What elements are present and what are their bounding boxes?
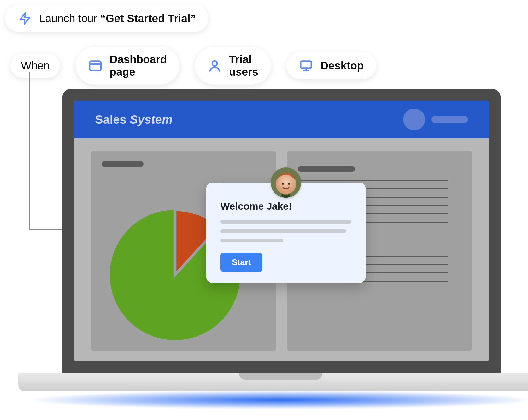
condition-users-label: Trial users — [229, 53, 258, 78]
condition-page-label: Dashboard page — [110, 53, 167, 78]
brand-word-1: Sales — [95, 113, 126, 126]
connector-line — [29, 229, 63, 230]
text-line-placeholder — [298, 180, 448, 181]
connector-line — [29, 72, 30, 230]
launch-tour-pill[interactable]: Launch tour “Get Started Trial” — [5, 5, 208, 32]
rule-builder: Launch tour “Get Started Trial” When Das… — [5, 5, 208, 32]
when-pill[interactable]: When — [10, 54, 60, 78]
popup-text-placeholder — [220, 239, 283, 242]
app-header: Sales System — [74, 101, 489, 138]
svg-point-9 — [282, 183, 284, 185]
desktop-icon — [299, 59, 313, 73]
connector-line — [212, 61, 227, 61]
header-menu-placeholder[interactable] — [431, 116, 468, 123]
svg-rect-0 — [90, 61, 101, 70]
svg-rect-3 — [301, 61, 312, 68]
popup-text-placeholder — [220, 229, 346, 233]
panel-title-placeholder — [102, 161, 144, 167]
bolt-icon — [18, 11, 32, 26]
section-title-placeholder — [298, 166, 355, 172]
start-button[interactable]: Start — [220, 253, 262, 272]
connector-line — [61, 61, 77, 61]
svg-point-2 — [212, 61, 217, 66]
condition-page-pill[interactable]: Dashboard page — [76, 47, 179, 85]
when-label: When — [21, 59, 50, 72]
laptop-shadow — [31, 391, 528, 409]
popup-title: Welcome Jake! — [220, 201, 351, 212]
connector-line — [334, 61, 349, 61]
condition-device-pill[interactable]: Desktop — [286, 52, 376, 79]
popup-text-placeholder — [220, 220, 351, 224]
brand-word-2: System — [130, 113, 173, 126]
browser-window-icon — [88, 59, 102, 73]
launch-tour-label: Launch tour “Get Started Trial” — [39, 12, 196, 25]
welcome-popup: Welcome Jake! Start — [206, 183, 366, 283]
condition-device-label: Desktop — [320, 59, 364, 72]
app-brand: Sales System — [95, 112, 173, 127]
svg-point-10 — [288, 183, 290, 185]
launch-tour-name: “Get Started Trial” — [100, 12, 196, 25]
laptop-notch — [239, 373, 322, 380]
condition-users-pill[interactable]: Trial users — [195, 47, 271, 85]
header-avatar-placeholder[interactable] — [403, 109, 425, 130]
launch-prefix: Launch tour — [39, 12, 100, 25]
popup-avatar — [271, 167, 301, 198]
laptop-base — [18, 373, 528, 391]
